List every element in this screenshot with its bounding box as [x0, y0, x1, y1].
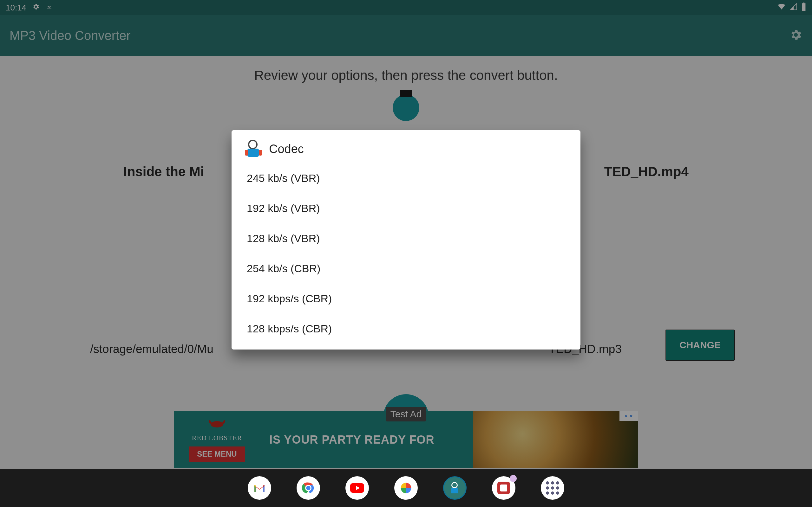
nav-chrome-icon[interactable] [297, 476, 320, 500]
nav-app-drawer-icon[interactable] [541, 476, 564, 500]
codec-option[interactable]: 192 kb/s (VBR) [232, 193, 580, 223]
svg-point-4 [306, 486, 310, 490]
dialog-header: Codec [232, 130, 580, 163]
app-headphones-icon [246, 141, 261, 157]
nav-app-icon[interactable] [492, 476, 515, 500]
codec-option[interactable]: 254 kb/s (CBR) [232, 253, 580, 284]
codec-option[interactable]: 128 kbps/s (CBR) [232, 314, 580, 344]
codec-dialog: Codec 245 kb/s (VBR) 192 kb/s (VBR) 128 … [232, 130, 580, 349]
nav-current-app-icon[interactable] [443, 476, 467, 500]
nav-youtube-icon[interactable] [345, 476, 369, 500]
nav-gmail-icon[interactable] [248, 476, 271, 500]
device-screen: 10:14 MP3 Video Converter [0, 0, 812, 507]
codec-option[interactable]: 245 kb/s (VBR) [232, 163, 580, 193]
dialog-title: Codec [269, 142, 304, 156]
nav-photos-icon[interactable] [394, 476, 418, 500]
codec-option[interactable]: 128 kb/s (VBR) [232, 223, 580, 253]
notification-badge [510, 475, 517, 482]
navigation-bar [0, 469, 812, 507]
codec-option[interactable]: 192 kbps/s (CBR) [232, 284, 580, 314]
